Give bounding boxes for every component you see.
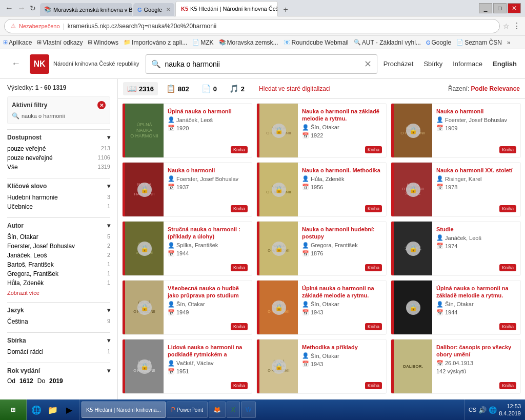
tab-moravska[interactable]: 📚 Moravská zemská knihovna v Br... ✕: [40, 3, 132, 16]
result-card-1[interactable]: NAUKAO HARMONII 🔒 Nauka o harmonii na zá…: [256, 103, 387, 158]
facet-item[interactable]: Šín, Otakar 5: [7, 232, 110, 242]
bookmark-importovano[interactable]: 📁 Importováno z apli...: [124, 39, 187, 46]
taskbar-ie-btn[interactable]: 🌐: [29, 402, 44, 417]
bookmark-apps[interactable]: ⊞ Aplikace: [3, 39, 32, 46]
bookmark-moravska[interactable]: 📚 Moravska zemsk...: [219, 39, 278, 46]
card-thumb-5: NAUKAO HARMONIIXX.STOL 🔒: [394, 163, 432, 216]
win-maximize[interactable]: □: [493, 3, 507, 13]
result-card-14[interactable]: DALIBOR. Dalibor: časopis pro všecky obo…: [391, 339, 521, 394]
facet-item[interactable]: Janáček, Leoš 2: [7, 251, 110, 260]
nav-reload[interactable]: ↻: [29, 3, 37, 13]
facet-item[interactable]: Hůla, Zdeněk 1: [7, 278, 110, 288]
taskbar-folder-btn[interactable]: 📁: [45, 402, 60, 417]
facet-autor-header[interactable]: Autor ▾: [7, 222, 110, 229]
show-more-link[interactable]: Zobrazit více: [7, 290, 110, 296]
facet-item[interactable]: Foerster, Josef Bohuslav 2: [7, 242, 110, 251]
taskbar-item-chrome[interactable]: K5 Hledání | Národní knihovna...: [82, 402, 166, 418]
windows-icon: ⊞: [11, 407, 15, 413]
bookmarks-bar: ⊞ Aplikace ⊞ Vlastní odkazy ⊞ Windows 📁 …: [0, 36, 525, 49]
remove-filter-btn[interactable]: ✕: [97, 101, 106, 109]
bookmark-star[interactable]: ☆: [503, 22, 510, 30]
tray-volume[interactable]: 🔊: [478, 406, 487, 414]
tab-nk-active[interactable]: K5 K5 Hledání | Národní knihovna Češ... …: [175, 1, 278, 16]
tray-network[interactable]: 🌐: [489, 406, 497, 414]
facet-item[interactable]: Učebnice 1: [7, 202, 110, 211]
facet-item[interactable]: Vše 1319: [7, 163, 110, 172]
result-card-11[interactable]: ÚPLNÁNAUKA 🔒 Úplná nauka o harmonii na z…: [391, 280, 521, 335]
facet-item[interactable]: Domácí rádci 1: [7, 347, 110, 356]
bookmark-mzk[interactable]: 📄 MZK: [192, 39, 213, 46]
facet-rok-header[interactable]: Rok vydání ▾: [7, 367, 110, 374]
facet-count: 1: [107, 261, 110, 268]
tab-google[interactable]: G Google ✕: [133, 3, 174, 16]
card-author: 👤 Hůla, Zdeněk: [302, 175, 382, 182]
result-card-9[interactable]: ÚPLNÁNAUKAO HARMONII 🔒 Všeobecná nauka o…: [122, 280, 252, 335]
lock-overlay: 🔒: [272, 183, 286, 197]
tab-close-btn[interactable]: ✕: [166, 7, 170, 12]
nav-english[interactable]: English: [493, 60, 517, 68]
result-card-7[interactable]: NAUKAO HARMONII 🔒 Nauka o harmonii hudeb…: [256, 221, 387, 276]
card-badge: Kniha: [365, 146, 382, 153]
result-card-2[interactable]: NAUKAO HARMONII 🔒 Nauka o harmonii 👤 Foe…: [391, 103, 521, 158]
facet-item[interactable]: Gregora, František 1: [7, 269, 110, 278]
card-info: Úplná nauka o harmonii na základě melodi…: [432, 281, 520, 334]
old-digitization-link[interactable]: Hledat ve staré digitalizaci: [259, 85, 330, 92]
result-card-0[interactable]: ÚPLNÁNAUKAO HARMONII Úplná nauka o harmo…: [122, 103, 252, 158]
bookmark-aut[interactable]: 🔍 AUT - Základní vyhl...: [354, 39, 421, 46]
facet-dostupnost-header[interactable]: Dostupnost ▾: [7, 134, 110, 141]
facet-item[interactable]: Bartoš, František 1: [7, 260, 110, 269]
result-card-10[interactable]: ÚPLNÁNAUKAO HARMONII 🔒 Úplná nauka o har…: [256, 280, 387, 335]
nav-forward[interactable]: →: [16, 3, 27, 14]
nav-back[interactable]: ←: [4, 3, 14, 14]
search-input[interactable]: [165, 60, 360, 68]
card-title: Úplná nauka o harmonii na základě melodi…: [436, 285, 516, 299]
facet-jazyk-header[interactable]: Jazyk ▾: [7, 307, 110, 314]
result-card-6[interactable]: Stručnánaukao harmonii 🔒 Stručná nauka o…: [122, 221, 252, 276]
bookmark-google[interactable]: G Google: [426, 39, 451, 46]
url-box[interactable]: ⚠ Nezabezpečeno | kramerius5.nkp.cz/sear…: [4, 19, 500, 33]
type-filter-music[interactable]: 🎵 2: [225, 82, 249, 95]
facet-item[interactable]: pouze veřejné 213: [7, 144, 110, 153]
taskbar-media-btn[interactable]: ▶: [62, 402, 77, 417]
search-clear-btn[interactable]: ✕: [364, 58, 372, 70]
bookmarks-more[interactable]: »: [507, 39, 511, 46]
type-filter-docs[interactable]: 📄 0: [197, 82, 221, 95]
nav-prochazet[interactable]: Procházet: [383, 60, 414, 68]
taskbar-item-word[interactable]: W: [241, 402, 256, 418]
bookmark-seznam[interactable]: 📄 Seznam ČSN: [456, 39, 502, 46]
nav-sbirky[interactable]: Sbírky: [423, 60, 442, 68]
taskbar-item-powerpoint[interactable]: P PowerPoint: [167, 402, 208, 418]
taskbar-item-excel[interactable]: X: [227, 402, 240, 418]
nk-logo[interactable]: NK Národní knihovna České republiky: [30, 54, 139, 74]
nk-logo-text: Národní knihovna České republiky: [53, 60, 139, 67]
book-icon: 📖: [127, 84, 137, 93]
type-filter-books[interactable]: 📖 2316: [123, 82, 158, 95]
facet-item[interactable]: Hudební harmonie 3: [7, 193, 110, 202]
browser-nav-controls: ← → ↻: [4, 3, 37, 14]
taskbar-start-btn[interactable]: ⊞: [0, 399, 27, 420]
bookmark-vlastni[interactable]: ⊞ Vlastní odkazy: [37, 39, 83, 46]
result-card-8[interactable]: STUDIE 🔒 Studie 👤 Janáček, Leoš 📅 1974: [391, 221, 521, 276]
win-minimize[interactable]: _: [479, 3, 492, 13]
result-card-5[interactable]: NAUKAO HARMONIIXX.STOL 🔒 Nauka o harmoni…: [391, 162, 521, 217]
facet-sbirka-header[interactable]: Sbírka ▾: [7, 337, 110, 344]
facet-klicove-header[interactable]: Klíčové slovo ▾: [7, 183, 110, 190]
calendar-icon: 📅: [168, 125, 175, 131]
facet-item[interactable]: pouze neveřejné 1106: [7, 153, 110, 163]
type-filter-periodicals[interactable]: 📋 802: [162, 82, 193, 95]
bookmark-roundcube[interactable]: 📧 Roundcube Webmail: [284, 39, 349, 46]
result-card-12[interactable]: LIDOVÁNAUKAO HARMONII 🔒 Lidová nauka o h…: [122, 339, 252, 394]
result-card-4[interactable]: NAUKAO HARMONII 🔒 Nauka o harmonii. Meth…: [256, 162, 387, 217]
nav-informace[interactable]: Informace: [453, 60, 482, 68]
sort-value[interactable]: Podle Relevance: [471, 85, 520, 92]
bookmark-windows[interactable]: ⊞ Windows: [88, 39, 118, 46]
taskbar-item-firefox[interactable]: 🦊: [209, 402, 226, 418]
browser-menu[interactable]: ⋮: [513, 21, 521, 31]
new-tab-btn[interactable]: +: [279, 3, 292, 16]
facet-dostupnost: Dostupnost ▾ pouze veřejné 213 pouze nev…: [7, 129, 110, 172]
win-close[interactable]: ✕: [508, 3, 521, 13]
result-card-13[interactable]: ÚPLNÁNAUKAO HARMONII 🔒 Methodika a příkl…: [256, 339, 387, 394]
facet-item[interactable]: Čeština 9: [7, 317, 110, 326]
nk-back-btn[interactable]: ←: [8, 57, 24, 70]
result-card-3[interactable]: NAUKAOHARMONII 🔒 Nauka o harmonii 👤 Foer…: [122, 162, 252, 217]
